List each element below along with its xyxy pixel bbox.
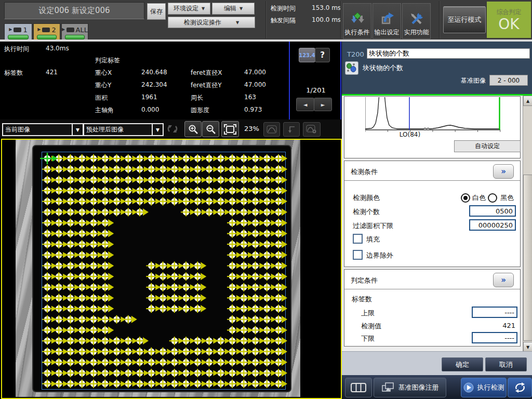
ok-button[interactable]: 确定	[442, 357, 483, 371]
lower-limit-input[interactable]: ----	[472, 332, 517, 343]
save-button[interactable]: 保存	[147, 3, 166, 20]
label-count-group: 标签数	[352, 295, 372, 304]
ref-image-value[interactable]: 2 - 000	[489, 75, 528, 86]
register-ref-image-button[interactable]: 基准图像注册	[374, 378, 446, 397]
bottom-toolbar: 基准图像注册 执行检测	[342, 375, 532, 399]
judge-conditions-title: 判定条件	[351, 276, 378, 285]
tab-camera-all[interactable]: ▶ ALL	[61, 23, 88, 42]
previous-view-button[interactable]	[283, 122, 300, 137]
unit-type-icon	[345, 61, 358, 75]
status-bar-green	[8, 35, 29, 39]
chevron-down-icon: ▼	[236, 20, 239, 25]
confirm-strip: 确定 取消	[342, 351, 532, 376]
detect-count-input[interactable]: 0500	[469, 205, 516, 217]
tab-camera-2[interactable]: ▶ 2	[33, 23, 60, 42]
white-radio[interactable]	[461, 193, 470, 203]
camera-icon: ▶	[37, 27, 41, 32]
white-radio-label[interactable]: 白色	[472, 193, 486, 203]
next-icon: ►	[321, 102, 325, 108]
filmstrip-button[interactable]	[345, 378, 372, 397]
next-image-button[interactable]: ►	[314, 98, 332, 111]
status-bar-green	[37, 35, 57, 39]
measured-value-label: 检测值	[361, 322, 381, 331]
zoom-percent: 23%	[244, 125, 259, 132]
profile-display-button[interactable]	[263, 122, 280, 137]
fill-checkbox[interactable]	[353, 234, 363, 244]
metric-label: feret直径X	[191, 69, 222, 77]
fill-checkbox-label[interactable]: 填充	[366, 235, 380, 244]
image-source-select[interactable]: 当前图像 ▼	[2, 123, 84, 136]
refresh-icon[interactable]	[165, 122, 180, 136]
exclude-edge-checkbox-label[interactable]: 边界除外	[366, 251, 393, 260]
run-inspection-button[interactable]: 执行检测	[461, 378, 507, 397]
export-arrow-icon	[379, 11, 395, 27]
image-display-select[interactable]: 预处理后图像 ▼	[83, 123, 164, 136]
metric-label: 主轴角	[95, 106, 114, 115]
scrollbar-thumb[interactable]	[523, 175, 532, 341]
exec-time-value: 43.0ms	[46, 45, 69, 52]
scrollbar-down-button[interactable]: ▼	[523, 342, 532, 352]
zoom-out-button[interactable]	[202, 121, 219, 137]
cancel-button[interactable]: 取消	[485, 357, 527, 371]
exec-condition-button[interactable]: 执行条件	[343, 3, 371, 39]
display-settings-button[interactable]	[303, 122, 321, 137]
detect-count-label: 检测个数	[353, 207, 380, 217]
top-bar: 设定006 新设定006 保存 环境设定 ▼ 编辑 ▼ 检测设定操作 ▼ 检测时…	[0, 0, 532, 39]
tab-camera-1[interactable]: ▶ 1	[4, 23, 32, 42]
status-bar-green	[65, 35, 85, 39]
metric-label: 圆形度	[191, 106, 209, 115]
chevron-down-icon: ▼	[202, 6, 205, 11]
auto-set-button[interactable]: 自动设定	[454, 140, 521, 152]
unit-header: T200 块状物的个数 基准图像 2 - 000	[342, 42, 532, 94]
upper-limit-input[interactable]: ----	[472, 307, 517, 318]
zoom-out-icon	[205, 124, 217, 135]
edit-dropdown[interactable]: 编辑 ▼	[212, 3, 255, 15]
measured-value: 421	[472, 322, 515, 329]
image-nav-strip: 123.4 ? 1/201 ◄ ►	[291, 42, 342, 119]
zoom-in-button[interactable]	[184, 121, 202, 137]
utility-button[interactable]: 实用功能	[402, 3, 431, 39]
judge-expand-button[interactable]: »	[493, 273, 514, 287]
black-radio[interactable]	[488, 193, 497, 203]
prev-image-button[interactable]: ◄	[296, 98, 314, 111]
prev-icon: ◄	[303, 102, 308, 108]
black-radio-label[interactable]: 黑色	[500, 193, 514, 203]
camera-icon: ▶	[62, 27, 65, 32]
metric-value: 0.000	[141, 106, 159, 113]
help-button[interactable]: ?	[315, 48, 330, 62]
scrollbar-up-button[interactable]: ▲	[523, 96, 532, 106]
corner-arrow-icon	[287, 125, 296, 134]
exec-time-label: 执行时间	[4, 45, 29, 54]
up-arrow-icon: ▲	[526, 99, 529, 103]
camera-icon	[66, 28, 74, 32]
histogram-lo-label: LO(84)	[396, 131, 423, 138]
output-settings-button[interactable]: 输出设定	[373, 3, 401, 39]
metric-label: feret直径Y	[191, 81, 222, 90]
numeric-display-button[interactable]: 123.4	[299, 48, 315, 62]
unit-name-input[interactable]	[367, 48, 530, 59]
metric-value: 47.000	[244, 81, 266, 88]
detect-time-value: 153.0 ms	[312, 4, 341, 11]
detect-expand-button[interactable]: »	[493, 164, 514, 179]
filter-area-label: 过滤面积下限	[353, 221, 393, 231]
loop-arrows-icon	[514, 382, 526, 393]
image-viewport[interactable]	[0, 138, 342, 399]
camera-icon	[42, 28, 50, 32]
scrollbar[interactable]: ▲ ▼	[523, 96, 532, 351]
unit-id: T200	[347, 50, 364, 58]
environment-dropdown[interactable]: 环境设定 ▼	[168, 3, 210, 15]
camera-icon	[14, 28, 21, 32]
filter-area-input[interactable]: 00000250	[469, 219, 516, 231]
ref-image-icon	[381, 382, 395, 393]
exclude-edge-checkbox[interactable]	[353, 250, 363, 260]
chevron-down-icon: ▼	[72, 124, 83, 135]
fit-screen-button[interactable]	[221, 121, 239, 137]
run-mode-button[interactable]: 至运行模式	[443, 6, 486, 33]
divider	[265, 1, 267, 38]
curve-icon	[267, 125, 277, 134]
filmstrip-icon	[351, 383, 366, 392]
retest-loop-button[interactable]	[508, 378, 532, 397]
metric-value: 0.973	[244, 106, 262, 113]
divider	[344, 289, 520, 289]
inspection-ops-dropdown[interactable]: 检测设定操作 ▼	[168, 17, 255, 28]
